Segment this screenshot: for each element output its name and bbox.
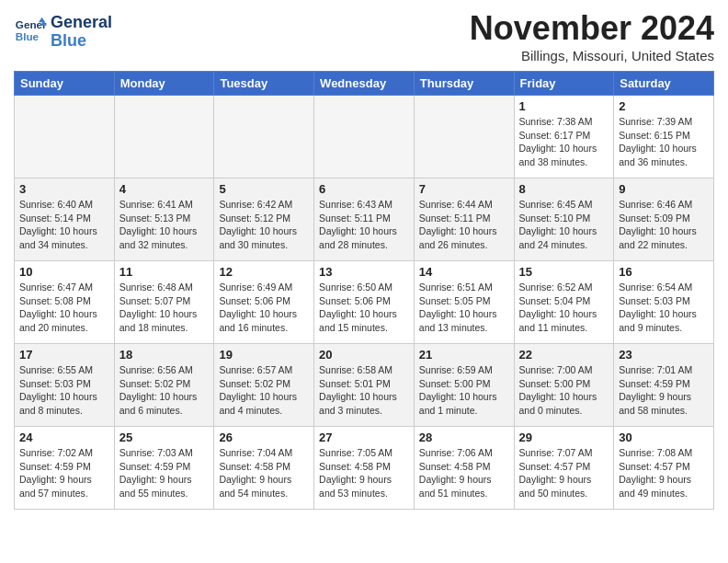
- calendar-cell: 21Sunrise: 6:59 AM Sunset: 5:00 PM Dayli…: [414, 344, 514, 427]
- day-number: 27: [319, 431, 409, 444]
- day-number: 15: [519, 265, 609, 279]
- logo-text-blue: Blue: [51, 32, 112, 51]
- day-number: 25: [119, 431, 210, 444]
- calendar-cell: 20Sunrise: 6:58 AM Sunset: 5:01 PM Dayli…: [314, 344, 415, 427]
- calendar-cell: 2Sunrise: 7:39 AM Sunset: 6:15 PM Daylig…: [614, 96, 714, 178]
- day-info: Sunrise: 7:08 AM Sunset: 4:57 PM Dayligh…: [619, 446, 709, 500]
- calendar-cell: [114, 96, 214, 178]
- weekday-header-sunday: Sunday: [15, 72, 115, 96]
- calendar-cell: 16Sunrise: 6:54 AM Sunset: 5:03 PM Dayli…: [614, 261, 714, 344]
- day-info: Sunrise: 6:44 AM Sunset: 5:11 PM Dayligh…: [419, 198, 509, 252]
- calendar-cell: 29Sunrise: 7:07 AM Sunset: 4:57 PM Dayli…: [514, 427, 614, 510]
- day-info: Sunrise: 7:07 AM Sunset: 4:57 PM Dayligh…: [519, 446, 609, 500]
- day-info: Sunrise: 7:02 AM Sunset: 4:59 PM Dayligh…: [19, 446, 109, 500]
- calendar-cell: 19Sunrise: 6:57 AM Sunset: 5:02 PM Dayli…: [214, 344, 314, 427]
- day-number: 9: [619, 182, 709, 196]
- week-row-4: 17Sunrise: 6:55 AM Sunset: 5:03 PM Dayli…: [15, 344, 714, 427]
- day-info: Sunrise: 7:03 AM Sunset: 4:59 PM Dayligh…: [119, 446, 210, 500]
- calendar-cell: [314, 96, 415, 178]
- week-row-5: 24Sunrise: 7:02 AM Sunset: 4:59 PM Dayli…: [15, 427, 714, 510]
- logo-icon: General Blue: [14, 16, 47, 49]
- day-number: 22: [519, 348, 609, 362]
- day-info: Sunrise: 6:59 AM Sunset: 5:00 PM Dayligh…: [419, 363, 509, 418]
- day-number: 20: [319, 348, 409, 362]
- weekday-header-wednesday: Wednesday: [314, 72, 415, 96]
- day-number: 7: [419, 182, 509, 196]
- calendar-cell: 9Sunrise: 6:46 AM Sunset: 5:09 PM Daylig…: [614, 178, 714, 261]
- calendar-cell: 28Sunrise: 7:06 AM Sunset: 4:58 PM Dayli…: [414, 427, 514, 510]
- calendar-cell: 17Sunrise: 6:55 AM Sunset: 5:03 PM Dayli…: [15, 344, 115, 427]
- day-info: Sunrise: 7:38 AM Sunset: 6:17 PM Dayligh…: [519, 115, 609, 169]
- calendar-cell: 11Sunrise: 6:48 AM Sunset: 5:07 PM Dayli…: [114, 261, 214, 344]
- day-number: 6: [319, 182, 409, 196]
- calendar-cell: 10Sunrise: 6:47 AM Sunset: 5:08 PM Dayli…: [15, 261, 115, 344]
- calendar-cell: 26Sunrise: 7:04 AM Sunset: 4:58 PM Dayli…: [214, 427, 314, 510]
- calendar-cell: [414, 96, 514, 178]
- day-info: Sunrise: 6:54 AM Sunset: 5:03 PM Dayligh…: [619, 281, 709, 335]
- day-info: Sunrise: 6:50 AM Sunset: 5:06 PM Dayligh…: [319, 281, 409, 335]
- day-info: Sunrise: 6:42 AM Sunset: 5:12 PM Dayligh…: [219, 198, 309, 252]
- day-info: Sunrise: 7:04 AM Sunset: 4:58 PM Dayligh…: [219, 446, 309, 500]
- day-info: Sunrise: 6:40 AM Sunset: 5:14 PM Dayligh…: [19, 198, 109, 252]
- calendar-cell: 7Sunrise: 6:44 AM Sunset: 5:11 PM Daylig…: [414, 178, 514, 261]
- calendar-cell: 24Sunrise: 7:02 AM Sunset: 4:59 PM Dayli…: [15, 427, 115, 510]
- day-number: 3: [19, 182, 109, 196]
- calendar-cell: 4Sunrise: 6:41 AM Sunset: 5:13 PM Daylig…: [114, 178, 214, 261]
- calendar-cell: 22Sunrise: 7:00 AM Sunset: 5:00 PM Dayli…: [514, 344, 614, 427]
- title-area: November 2024 Billings, Missouri, United…: [470, 9, 714, 63]
- calendar-cell: 15Sunrise: 6:52 AM Sunset: 5:04 PM Dayli…: [514, 261, 614, 344]
- calendar-cell: 27Sunrise: 7:05 AM Sunset: 4:58 PM Dayli…: [314, 427, 415, 510]
- weekday-header-thursday: Thursday: [414, 72, 514, 96]
- day-info: Sunrise: 7:06 AM Sunset: 4:58 PM Dayligh…: [419, 446, 509, 500]
- day-number: 1: [519, 99, 609, 113]
- week-row-2: 3Sunrise: 6:40 AM Sunset: 5:14 PM Daylig…: [15, 178, 714, 261]
- logo: General Blue General Blue: [14, 14, 112, 51]
- day-number: 29: [519, 431, 609, 444]
- weekday-header-monday: Monday: [114, 72, 214, 96]
- day-number: 21: [419, 348, 509, 362]
- day-number: 12: [219, 265, 309, 279]
- calendar-cell: 1Sunrise: 7:38 AM Sunset: 6:17 PM Daylig…: [514, 96, 614, 178]
- calendar-cell: 5Sunrise: 6:42 AM Sunset: 5:12 PM Daylig…: [214, 178, 314, 261]
- weekday-header-tuesday: Tuesday: [214, 72, 314, 96]
- day-number: 11: [119, 265, 210, 279]
- day-number: 28: [419, 431, 509, 444]
- day-info: Sunrise: 6:43 AM Sunset: 5:11 PM Dayligh…: [319, 198, 409, 252]
- day-info: Sunrise: 6:41 AM Sunset: 5:13 PM Dayligh…: [119, 198, 210, 252]
- day-number: 14: [419, 265, 509, 279]
- day-info: Sunrise: 6:46 AM Sunset: 5:09 PM Dayligh…: [619, 198, 709, 252]
- calendar-cell: 23Sunrise: 7:01 AM Sunset: 4:59 PM Dayli…: [614, 344, 714, 427]
- day-number: 24: [19, 431, 109, 444]
- calendar: SundayMondayTuesdayWednesdayThursdayFrid…: [14, 71, 714, 510]
- week-row-3: 10Sunrise: 6:47 AM Sunset: 5:08 PM Dayli…: [15, 261, 714, 344]
- month-title: November 2024: [470, 9, 714, 48]
- day-info: Sunrise: 7:39 AM Sunset: 6:15 PM Dayligh…: [619, 115, 709, 169]
- calendar-cell: 3Sunrise: 6:40 AM Sunset: 5:14 PM Daylig…: [15, 178, 115, 261]
- location: Billings, Missouri, United States: [470, 48, 714, 63]
- day-info: Sunrise: 6:58 AM Sunset: 5:01 PM Dayligh…: [319, 363, 409, 418]
- day-number: 13: [319, 265, 409, 279]
- day-info: Sunrise: 6:51 AM Sunset: 5:05 PM Dayligh…: [419, 281, 509, 335]
- day-info: Sunrise: 6:55 AM Sunset: 5:03 PM Dayligh…: [19, 363, 109, 418]
- day-info: Sunrise: 7:05 AM Sunset: 4:58 PM Dayligh…: [319, 446, 409, 500]
- week-row-1: 1Sunrise: 7:38 AM Sunset: 6:17 PM Daylig…: [15, 96, 714, 178]
- calendar-cell: 12Sunrise: 6:49 AM Sunset: 5:06 PM Dayli…: [214, 261, 314, 344]
- weekday-header-friday: Friday: [514, 72, 614, 96]
- calendar-cell: 14Sunrise: 6:51 AM Sunset: 5:05 PM Dayli…: [414, 261, 514, 344]
- day-number: 23: [619, 348, 709, 362]
- day-info: Sunrise: 7:01 AM Sunset: 4:59 PM Dayligh…: [619, 363, 709, 418]
- day-info: Sunrise: 7:00 AM Sunset: 5:00 PM Dayligh…: [519, 363, 609, 418]
- day-info: Sunrise: 6:47 AM Sunset: 5:08 PM Dayligh…: [19, 281, 109, 335]
- day-number: 19: [219, 348, 309, 362]
- day-number: 30: [619, 431, 709, 444]
- calendar-cell: 6Sunrise: 6:43 AM Sunset: 5:11 PM Daylig…: [314, 178, 415, 261]
- day-number: 2: [619, 99, 709, 113]
- calendar-cell: 13Sunrise: 6:50 AM Sunset: 5:06 PM Dayli…: [314, 261, 415, 344]
- weekday-header-row: SundayMondayTuesdayWednesdayThursdayFrid…: [15, 72, 714, 96]
- calendar-cell: 8Sunrise: 6:45 AM Sunset: 5:10 PM Daylig…: [514, 178, 614, 261]
- day-number: 10: [19, 265, 109, 279]
- calendar-cell: [214, 96, 314, 178]
- logo-text-general: General: [51, 14, 112, 32]
- weekday-header-saturday: Saturday: [614, 72, 714, 96]
- calendar-cell: 25Sunrise: 7:03 AM Sunset: 4:59 PM Dayli…: [114, 427, 214, 510]
